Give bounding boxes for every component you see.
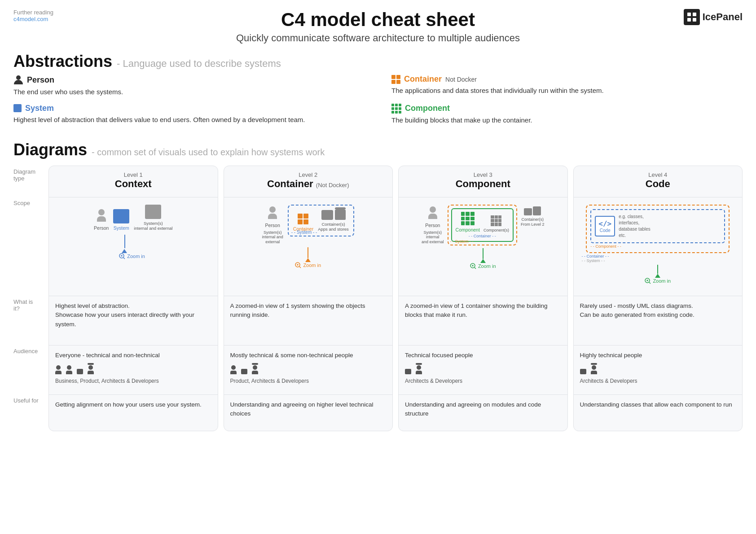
label-scope: Scope [13, 197, 48, 296]
abstraction-person: Person The end user who uses the systems… [13, 74, 365, 97]
col-code: Level 4 Code </> Code e.g. classes,inter… [573, 166, 743, 431]
col-container-usefulfor: Understanding and agreeing on higher lev… [224, 395, 393, 431]
icepanel-logo-icon [684, 9, 700, 25]
col-component-scope: Person System(s)internaland external [399, 197, 567, 296]
logo-text: IcePanel [703, 11, 743, 23]
col-code-level: Level 4 [578, 171, 738, 178]
abstraction-container-desc: The applications and data stores that in… [391, 86, 743, 96]
svg-line-19 [649, 282, 651, 284]
svg-rect-1 [687, 13, 691, 16]
abstraction-person-desc: The end user who uses the systems. [13, 87, 365, 97]
scope-containers-l2: Container(s)Apps and stores [318, 209, 349, 232]
col-context: Level 1 Context Person [48, 166, 218, 431]
col-context-audience: Everyone - technical and non-technical [49, 346, 218, 395]
col-code-title: Code [578, 178, 738, 190]
col-component-title: Component [403, 178, 563, 190]
svg-line-7 [123, 258, 125, 259]
zoom-icon-l2 [295, 262, 301, 268]
logo: IcePanel [684, 9, 743, 25]
further-reading-label: Further reading [13, 9, 53, 16]
audience-business [55, 365, 62, 374]
col-context-usefulfor: Getting alignment on how your users use … [49, 395, 218, 431]
col-container-header: Level 2 Container (Not Docker) [224, 166, 393, 197]
diagram-columns: Level 1 Context Person [48, 166, 743, 431]
abstraction-person-label: Person [13, 74, 365, 85]
audience-developer-l3 [416, 363, 422, 374]
abstraction-container: Container Not Docker The applications an… [391, 74, 743, 97]
col-context-header: Level 1 Context [49, 166, 218, 197]
audience-architect-l3 [405, 369, 411, 374]
system-icon [13, 104, 22, 112]
col-component: Level 3 Component Person System(s)intern… [398, 166, 568, 431]
abstraction-system: System Highest level of abstraction that… [13, 104, 365, 126]
col-container-whatis: A zoomed-in view of 1 system showing the… [224, 296, 393, 346]
col-container-audience: Mostly technical & some non-technical pe… [224, 346, 393, 395]
audience-developer-l2 [252, 363, 258, 374]
audience-architect-l4 [580, 369, 586, 374]
sub-title: Quickly communicate software architectur… [13, 32, 743, 44]
col-code-audience: Highly technical people Architects & Dev… [574, 346, 743, 395]
col-code-whatis: Rarely used - mostly UML class diagrams.… [574, 296, 743, 346]
header: Further reading c4model.com C4 model che… [13, 9, 743, 44]
abstraction-component: Component The building blocks that make … [391, 104, 743, 126]
abstractions-section: Abstractions - Language used to describe… [13, 52, 743, 131]
col-component-whatis: A zoomed-in view of 1 container showing … [399, 296, 567, 346]
row-labels-column: Diagramtype Scope What isit? Audience Us… [13, 166, 48, 431]
zoom-icon-l4 [645, 278, 651, 284]
svg-rect-4 [693, 18, 696, 22]
scope-container-l2: Container [293, 214, 314, 232]
svg-point-5 [16, 75, 21, 80]
col-container-title: Container (Not Docker) [229, 178, 388, 190]
audience-product-l2 [230, 365, 237, 374]
col-code-usefulfor: Understanding classes that allow each co… [574, 395, 743, 431]
col-context-title: Context [53, 178, 213, 190]
further-reading-link[interactable]: c4model.com [13, 16, 53, 22]
scope-components-l3: Component(s) [483, 215, 509, 233]
col-component-header: Level 3 Component [399, 166, 567, 197]
audience-architect [77, 369, 83, 374]
col-context-scope: Person System System(s)internal and exte… [49, 197, 218, 296]
label-diagram-type: Diagramtype [13, 166, 48, 197]
scope-person-node: Person [94, 209, 109, 231]
zoom-icon-l3 [470, 263, 476, 269]
abstractions-grid: Person The end user who uses the systems… [13, 74, 743, 131]
label-what-is: What isit? [13, 296, 48, 345]
scope-person-l3: Person System(s)internaland external [422, 206, 444, 245]
col-component-usefulfor: Understanding and agreeing on modules an… [399, 395, 567, 431]
audience-developer-l4 [591, 363, 597, 374]
diagram-table: Diagramtype Scope What isit? Audience Us… [13, 166, 743, 431]
svg-rect-2 [693, 13, 696, 16]
zoom-icon [119, 253, 125, 259]
svg-line-11 [299, 267, 301, 268]
scope-containers-l3: Container(s)From Level 2 [521, 206, 545, 227]
audience-product [66, 365, 72, 374]
scope-person-l2: Person System(s)internal andexternal [262, 206, 283, 245]
svg-line-15 [475, 267, 476, 269]
col-component-audience: Technical focused people Architects & De… [399, 346, 567, 395]
component-icon [391, 104, 401, 114]
abstraction-container-label: Container Not Docker [391, 74, 743, 84]
col-code-scope: </> Code e.g. classes,interfaces,databas… [574, 197, 743, 296]
label-audience: Audience [13, 345, 48, 394]
svg-rect-0 [684, 9, 700, 25]
col-container-scope: Person System(s)internal andexternal [224, 197, 393, 296]
abstraction-system-label: System [13, 104, 365, 113]
abstractions-title: Abstractions - Language used to describe… [13, 52, 743, 71]
abstraction-component-desc: The building blocks that make up the con… [391, 115, 743, 126]
col-container-level: Level 2 [229, 171, 388, 178]
scope-systems-node: System(s)internal and external [134, 205, 172, 231]
col-context-level: Level 1 [53, 171, 213, 178]
abstraction-system-desc: Highest level of abstraction that delive… [13, 115, 365, 125]
further-reading: Further reading c4model.com [13, 9, 53, 22]
col-component-level: Level 3 [403, 171, 563, 178]
audience-architect-l2 [241, 369, 247, 374]
col-code-header: Level 4 Code [574, 166, 743, 197]
container-icon [391, 75, 400, 84]
main-title: C4 model cheat sheet [13, 9, 743, 31]
diagrams-section: Diagrams - common set of visuals used to… [13, 140, 743, 431]
person-icon [13, 74, 23, 85]
diagrams-title: Diagrams - common set of visuals used to… [13, 140, 743, 159]
col-context-whatis: Highest level of abstraction. Showcase h… [49, 296, 218, 346]
svg-rect-3 [687, 18, 691, 22]
scope-component-l3: Component [456, 212, 480, 233]
